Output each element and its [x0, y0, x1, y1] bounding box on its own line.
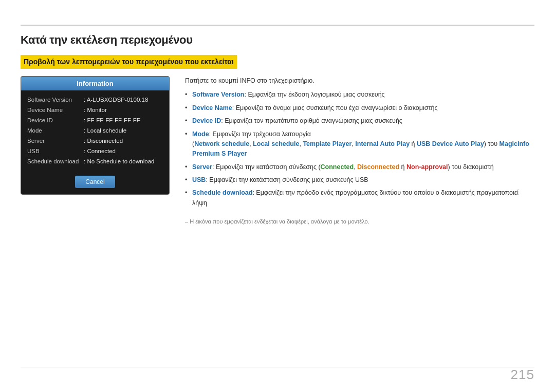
term-server: Server [192, 163, 212, 171]
term-internal-auto-play: Internal Auto Play [355, 140, 410, 147]
table-row: Device Name : Monitor [27, 105, 163, 115]
info-panel: Information Software Version : A-LUBXGDS… [21, 76, 170, 195]
bottom-divider [21, 367, 534, 367]
row-label-device-id: Device ID [27, 117, 84, 123]
mode-sub-text: (Network schedule, Local schedule, Templ… [192, 140, 529, 157]
text-usb: : Εμφανίζει την κατάσταση σύνδεσης μιας … [206, 176, 368, 183]
intro-text: Πατήστε το κουμπί INFO στο τηλεχειριστήρ… [185, 76, 534, 86]
row-label-software-version: Software Version [27, 97, 84, 103]
row-label-mode: Mode [27, 127, 84, 134]
text-server: : Εμφανίζει την κατάσταση σύνδεσης ( [212, 163, 321, 171]
footnote: Η εικόνα που εμφανίζεται ενδέχεται να δι… [185, 217, 534, 226]
table-row: Device ID : FF-FF-FF-FF-FF-FF [27, 115, 163, 125]
term-local-schedule: Local schedule [253, 140, 299, 147]
page-title: Κατά την εκτέλεση περιεχομένου [21, 33, 534, 47]
table-row: Mode : Local schedule [27, 125, 163, 136]
cancel-row: Cancel [21, 171, 169, 194]
term-device-id: Device ID [192, 117, 221, 124]
table-row: Server : Disconnected [27, 136, 163, 146]
term-usb: USB [192, 176, 206, 183]
top-divider [21, 25, 534, 26]
text-server-4: ) του διακομιστή [448, 163, 494, 171]
page-number: 215 [511, 367, 534, 383]
term-schedule-download: Schedule download [192, 189, 252, 196]
row-value-device-name: : Monitor [84, 107, 107, 113]
info-window: Information Software Version : A-LUBXGDS… [21, 76, 170, 195]
row-label-device-name: Device Name [27, 107, 84, 113]
main-content: Κατά την εκτέλεση περιεχομένου Προβολή τ… [21, 33, 534, 371]
row-value-server: : Disconnected [84, 138, 123, 144]
term-template-player: Template Player [303, 140, 351, 147]
text-server-3: ή [399, 163, 406, 171]
info-window-title: Information [21, 77, 169, 90]
row-label-usb: USB [27, 148, 84, 154]
term-device-name: Device Name [192, 104, 232, 111]
layout-row: Information Software Version : A-LUBXGDS… [21, 76, 534, 226]
bullet-list: Software Version: Εμφανίζει την έκδοση λ… [185, 90, 534, 208]
text-software-version: : Εμφανίζει την έκδοση λογισμικού μιας σ… [244, 91, 384, 98]
list-item-usb: USB: Εμφανίζει την κατάσταση σύνδεσης μι… [185, 175, 534, 185]
text-device-name: : Εμφανίζει το όνομα μιας συσκευής που έ… [232, 104, 438, 111]
term-network-schedule: Network schedule [194, 140, 249, 147]
list-item-device-id: Device ID: Εμφανίζει τον πρωτότυπο αριθμ… [185, 116, 534, 126]
list-item-device-name: Device Name: Εμφανίζει το όνομα μιας συσ… [185, 103, 534, 113]
term-mode: Mode [192, 130, 209, 138]
row-value-software-version: : A-LUBXGDSP-0100.18 [84, 97, 148, 103]
text-mode: : Εμφανίζει την τρέχουσα λειτουργία [209, 130, 311, 138]
text-panel: Πατήστε το κουμπί INFO στο τηλεχειριστήρ… [185, 76, 534, 226]
row-value-schedule-download: : No Schedule to download [84, 158, 154, 164]
term-usb-device-auto-play: USB Device Auto Play [417, 140, 484, 147]
row-value-device-id: : FF-FF-FF-FF-FF-FF [84, 117, 140, 123]
text-device-id: : Εμφανίζει τον πρωτότυπο αριθμό αναγνώρ… [221, 117, 402, 124]
list-item-schedule-download: Schedule download: Εμφανίζει την πρόοδο … [185, 188, 534, 208]
term-disconnected: Disconnected [357, 163, 399, 171]
row-value-mode: : Local schedule [84, 127, 126, 134]
list-item-server: Server: Εμφανίζει την κατάσταση σύνδεσης… [185, 162, 534, 172]
term-non-approval: Non-approval [406, 163, 448, 171]
table-row: Schedule download : No Schedule to downl… [27, 156, 163, 166]
term-software-version: Software Version [192, 91, 244, 98]
row-value-usb: : Connected [84, 148, 116, 154]
table-row: Software Version : A-LUBXGDSP-0100.18 [27, 95, 163, 105]
list-item-mode: Mode: Εμφανίζει την τρέχουσα λειτουργία … [185, 129, 534, 159]
list-item-software-version: Software Version: Εμφανίζει την έκδοση λ… [185, 90, 534, 100]
info-table: Software Version : A-LUBXGDSP-0100.18 De… [21, 90, 169, 171]
row-label-server: Server [27, 138, 84, 144]
term-connected: Connected [321, 163, 354, 171]
cancel-button[interactable]: Cancel [75, 176, 115, 188]
row-label-schedule-download: Schedule download [27, 158, 84, 164]
highlighted-subtitle: Προβολή των λεπτομερειών του περιεχομένο… [21, 55, 237, 69]
table-row: USB : Connected [27, 146, 163, 156]
